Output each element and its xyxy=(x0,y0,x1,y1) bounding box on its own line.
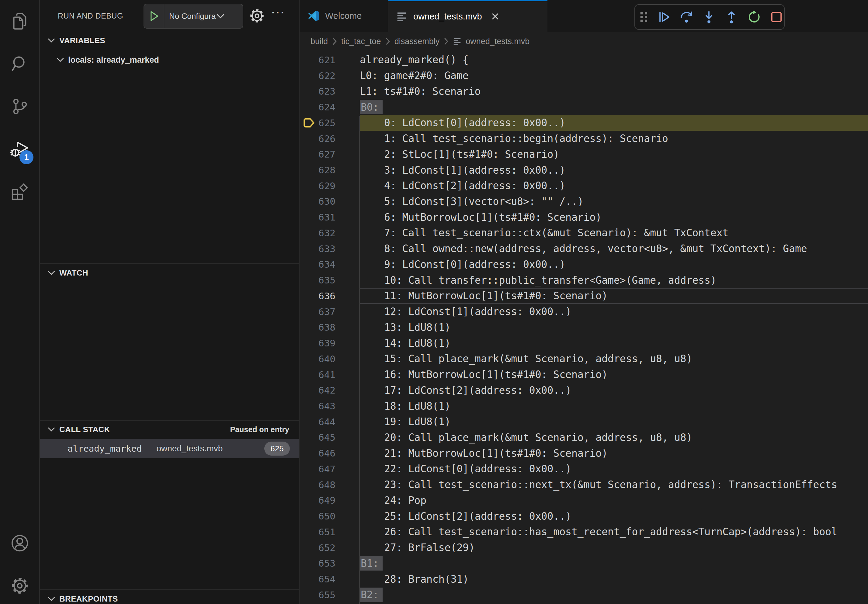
code-line-text[interactable]: 19: LdU8(1) xyxy=(360,414,868,430)
code-line-text[interactable]: 20: Call place_mark(&mut Scenario, addre… xyxy=(360,430,868,446)
code-line-text[interactable]: 4: LdConst[2](address: 0x00..) xyxy=(360,178,868,194)
line-number[interactable]: 641 xyxy=(299,367,360,383)
activity-item-account[interactable] xyxy=(0,522,39,564)
code-line[interactable]: 653B1: xyxy=(299,556,868,571)
line-number[interactable]: 637 xyxy=(299,304,360,320)
code-line[interactable]: 64419: LdU8(1) xyxy=(299,414,868,430)
code-line-text[interactable]: 13: LdU8(1) xyxy=(360,319,868,335)
line-number[interactable]: 634 xyxy=(299,257,360,273)
code-line[interactable]: 65428: Branch(31) xyxy=(299,571,868,587)
line-number[interactable]: 627 xyxy=(299,146,360,162)
code-line[interactable]: 6250: LdConst[0](address: 0x00..) xyxy=(299,115,868,131)
line-number[interactable]: 626 xyxy=(299,131,360,147)
line-number[interactable]: 649 xyxy=(299,493,360,508)
code-line-text[interactable]: B0: xyxy=(360,99,868,115)
code-line-text[interactable]: 24: Pop xyxy=(360,493,868,508)
line-number[interactable]: 645 xyxy=(299,430,360,446)
breadcrumb-file[interactable]: owned_tests.mvb xyxy=(453,37,530,46)
activity-item-explorer[interactable] xyxy=(0,0,39,43)
activity-item-search[interactable] xyxy=(0,43,39,85)
code-line[interactable]: 6349: LdConst[0](address: 0x00..) xyxy=(299,257,868,273)
code-line[interactable]: 6338: Call owned::new(address, address, … xyxy=(299,241,868,257)
line-number[interactable]: 650 xyxy=(299,508,360,524)
code-line[interactable]: 64116: MutBorrowLoc[1](ts#1#0: Scenario) xyxy=(299,367,868,383)
start-debug-icon[interactable] xyxy=(144,10,164,22)
code-line-text[interactable]: already_marked() { xyxy=(360,52,868,68)
code-line-text[interactable]: 15: Call place_mark(&mut Scenario, addre… xyxy=(360,351,868,367)
code-line[interactable]: 623L1: ts#1#0: Scenario xyxy=(299,83,868,99)
code-line-text[interactable]: 2: StLoc[1](ts#1#0: Scenario) xyxy=(360,146,868,162)
code-line[interactable]: 64520: Call place_mark(&mut Scenario, ad… xyxy=(299,430,868,446)
code-line[interactable]: 64217: LdConst[2](address: 0x00..) xyxy=(299,382,868,398)
code-line-text[interactable]: 21: MutBorrowLoc[1](ts#1#0: Scenario) xyxy=(360,445,868,461)
code-line-text[interactable]: B1: xyxy=(360,556,868,571)
line-number[interactable]: 642 xyxy=(299,382,360,398)
code-line[interactable]: 622L0: game#2#0: Game xyxy=(299,68,868,84)
variables-scope-row[interactable]: locals: already_marked xyxy=(40,51,299,69)
stop-button[interactable] xyxy=(769,10,783,24)
code-line[interactable]: 63813: LdU8(1) xyxy=(299,319,868,335)
code-line[interactable]: 64318: LdU8(1) xyxy=(299,398,868,414)
line-number[interactable]: 655 xyxy=(299,587,360,603)
code-line[interactable]: 655B2: xyxy=(299,587,868,603)
code-line-text[interactable]: L0: game#2#0: Game xyxy=(360,68,868,84)
line-number[interactable]: 633 xyxy=(299,241,360,257)
code-line[interactable]: 6283: LdConst[1](address: 0x00..) xyxy=(299,162,868,178)
line-number[interactable]: 629 xyxy=(299,178,360,194)
tab-owned-tests[interactable]: owned_tests.mvb xyxy=(388,0,547,32)
activity-item-extensions[interactable] xyxy=(0,170,39,213)
config-dropdown-label[interactable]: No Configura xyxy=(169,12,215,21)
line-number[interactable]: 624 xyxy=(299,99,360,115)
code-line-text[interactable]: 18: LdU8(1) xyxy=(360,398,868,414)
code-line-text[interactable]: 8: Call owned::new(address, address, vec… xyxy=(360,241,868,257)
line-number[interactable]: 638 xyxy=(299,319,360,335)
code-line[interactable]: 64924: Pop xyxy=(299,493,868,508)
code-line[interactable]: 63914: LdU8(1) xyxy=(299,335,868,351)
code-line[interactable]: 65126: Call test_scenario::has_most_rece… xyxy=(299,524,868,540)
line-number[interactable]: 644 xyxy=(299,414,360,430)
code-line-text[interactable]: B2: xyxy=(360,587,868,603)
line-number[interactable]: 653 xyxy=(299,556,360,571)
breakpoints-section-header[interactable]: BREAKPOINTS xyxy=(40,590,299,604)
code-line[interactable]: 65025: LdConst[2](address: 0x00..) xyxy=(299,508,868,524)
code-line-text[interactable]: 5: LdConst[3](vector<u8>: "" /..) xyxy=(360,194,868,209)
line-number[interactable]: 646 xyxy=(299,445,360,461)
code-line-text[interactable]: 0: LdConst[0](address: 0x00..) xyxy=(360,115,868,131)
line-number[interactable]: 651 xyxy=(299,524,360,540)
step-over-button[interactable] xyxy=(679,10,693,24)
step-into-button[interactable] xyxy=(702,10,716,24)
debug-settings-gear-icon[interactable] xyxy=(249,8,265,24)
line-number[interactable]: 654 xyxy=(299,571,360,587)
line-number[interactable]: 628 xyxy=(299,162,360,178)
code-line-text[interactable]: 17: LdConst[2](address: 0x00..) xyxy=(360,382,868,398)
code-line[interactable]: 6294: LdConst[2](address: 0x00..) xyxy=(299,178,868,194)
code-line[interactable]: 6316: MutBorrowLoc[1](ts#1#0: Scenario) xyxy=(299,209,868,225)
toolbar-drag-grip[interactable] xyxy=(639,10,648,24)
activity-item-settings[interactable] xyxy=(0,564,39,604)
code-line-text[interactable]: 7: Call test_scenario::ctx(&mut Scenario… xyxy=(360,225,868,241)
line-number[interactable]: 625 xyxy=(299,115,360,131)
line-number[interactable]: 630 xyxy=(299,194,360,209)
code-line[interactable]: 64621: MutBorrowLoc[1](ts#1#0: Scenario) xyxy=(299,445,868,461)
step-out-button[interactable] xyxy=(724,10,738,24)
line-number[interactable]: 621 xyxy=(299,52,360,68)
call-stack-frame-row[interactable]: already_marked owned_tests.mvb 625 xyxy=(40,439,299,458)
line-number[interactable]: 623 xyxy=(299,83,360,99)
code-line-text[interactable]: 23: Call test_scenario::next_tx(&mut Sce… xyxy=(360,477,868,493)
code-line[interactable]: 63510: Call transfer::public_transfer<Ga… xyxy=(299,272,868,288)
code-line-text[interactable]: 25: LdConst[2](address: 0x00..) xyxy=(360,508,868,524)
chevron-down-icon[interactable] xyxy=(216,13,225,19)
call-stack-section-header[interactable]: CALL STACK Paused on entry xyxy=(40,421,299,438)
line-number[interactable]: 648 xyxy=(299,477,360,493)
restart-button[interactable] xyxy=(747,10,761,24)
code-line[interactable]: 621already_marked() { xyxy=(299,52,868,68)
more-actions-icon[interactable]: ··· xyxy=(271,7,285,19)
code-editor[interactable]: 621already_marked() {622L0: game#2#0: Ga… xyxy=(299,51,868,604)
breadcrumb-item[interactable]: build xyxy=(310,37,328,46)
code-line-text[interactable]: 12: LdConst[1](address: 0x00..) xyxy=(360,304,868,320)
code-line[interactable]: 65227: BrFalse(29) xyxy=(299,540,868,556)
code-line-text[interactable]: 16: MutBorrowLoc[1](ts#1#0: Scenario) xyxy=(360,367,868,383)
code-line-text[interactable]: L1: ts#1#0: Scenario xyxy=(360,83,868,99)
line-number[interactable]: 647 xyxy=(299,461,360,477)
line-number[interactable]: 622 xyxy=(299,68,360,84)
